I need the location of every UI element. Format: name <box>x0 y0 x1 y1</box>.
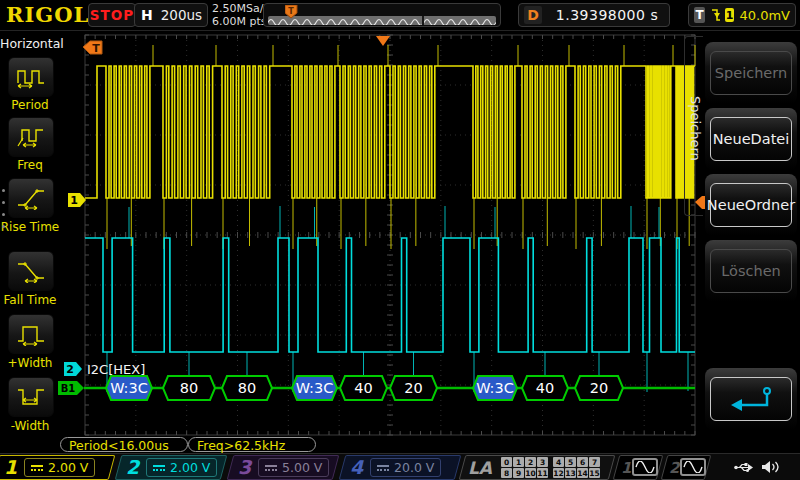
measure-rise-time-button[interactable] <box>8 178 54 218</box>
channel-2-chip[interactable]: 2 2.00 V <box>115 455 228 480</box>
delete-button-face: Löschen <box>710 249 792 293</box>
delay-value: 1.39398000 s <box>550 7 664 23</box>
i2c-frame-label: 80 <box>238 380 256 396</box>
i2c-frame <box>575 376 623 400</box>
memory-waveform-icon <box>268 20 496 26</box>
confirm-button[interactable] <box>705 368 797 430</box>
delete-button[interactable]: Löschen <box>705 240 797 302</box>
i2c-frame-label: W:3C <box>296 380 334 396</box>
la-channel-4: 4 <box>553 457 564 467</box>
waveform-position-bar[interactable]: T <box>263 3 501 27</box>
falling-edge-icon <box>710 7 720 24</box>
dc-coupling-icon <box>31 465 43 471</box>
run-stop-status[interactable]: STOP <box>88 3 136 27</box>
measurement-freq: Freq>62.5kHz <box>188 437 316 452</box>
measure-neg-width-button[interactable] <box>8 377 54 417</box>
trigger-source-badge: 1 <box>725 8 735 22</box>
ch2-waveform <box>85 238 695 352</box>
usb-icon <box>733 460 755 475</box>
channel-3-number: 3 <box>238 456 251 478</box>
measure-freq-button[interactable] <box>8 117 54 157</box>
svg-text:T: T <box>92 42 100 55</box>
la-channel-6: 6 <box>577 457 588 467</box>
save-button-label: Speichern <box>715 65 787 81</box>
channel-4-chip[interactable]: 4 20.0 V <box>339 455 462 480</box>
save-button[interactable]: Speichern <box>705 42 797 104</box>
la-channel-10: 10 <box>525 468 536 478</box>
beeper-icon <box>760 459 782 475</box>
ch2-glitch-spikes <box>107 206 688 392</box>
i2c-frame <box>163 376 215 400</box>
trigger-readout-box: T 1 40.0mV <box>688 3 796 27</box>
channel-1-scale: 2.00 V <box>48 460 88 475</box>
dc-coupling-icon <box>265 465 277 471</box>
protocol-label: I2C[HEX] <box>87 362 145 377</box>
logic-analyzer-chip[interactable]: LA 0123456789101112131415 <box>459 455 616 480</box>
channel-2-number: 2 <box>126 456 139 478</box>
new-folder-button-face: NeueOrdner <box>710 183 792 227</box>
measure-period-label: Period <box>0 98 60 112</box>
brand-logo: RIGOL <box>6 2 89 27</box>
save-menu: Speichern SpeichernNeueDateiNeueOrdnerLö… <box>683 30 800 450</box>
measure-neg-width-label: -Width <box>0 419 60 433</box>
new-file-button[interactable]: NeueDatei <box>705 108 797 170</box>
new-file-button-label: NeueDatei <box>713 131 790 147</box>
i2c-frame-label: 40 <box>354 380 372 396</box>
i2c-frame <box>292 376 337 400</box>
trigger-level-value: 40.0mV <box>739 8 790 23</box>
save-button-face: Speichern <box>710 51 792 95</box>
delay-readout-box: D 1.39398000 s <box>518 3 670 27</box>
waveform-display: W:3C8080W:3C4020W:3C4020 T T 1 2 I2C[HEX… <box>0 0 800 480</box>
la-channel-9: 9 <box>513 468 524 478</box>
channel-3-chip[interactable]: 3 5.00 V <box>227 455 340 480</box>
measure-rise-time-label: Rise Time <box>0 220 60 234</box>
measure-period-button[interactable] <box>8 57 54 97</box>
la-channel-7: 7 <box>589 457 600 467</box>
svg-text:1: 1 <box>70 194 78 207</box>
measure-freq-label: Freq <box>0 158 60 172</box>
measure-pos-width-button[interactable] <box>8 314 54 354</box>
source-1-sine-icon <box>632 458 658 476</box>
minus-width-icon <box>16 385 46 409</box>
la-channel-12: 12 <box>553 468 564 478</box>
source-2-sine-icon <box>680 458 706 476</box>
svg-text:2: 2 <box>66 363 74 376</box>
timebase-value: 200us <box>161 7 202 23</box>
ch1-waveform <box>85 66 695 198</box>
channel-4-number: 4 <box>350 456 363 478</box>
measure-fall-time-button[interactable] <box>8 251 54 291</box>
ch1-position-badge[interactable]: 1 <box>68 193 86 207</box>
menu-page-dots <box>2 180 5 237</box>
freq-icon <box>16 125 46 149</box>
trigger-position-icon[interactable] <box>376 36 390 46</box>
i2c-frame <box>522 376 568 400</box>
la-channel-14: 14 <box>577 468 588 478</box>
la-digital-channels: 0123456789101112131415 <box>501 457 601 479</box>
i2c-frame-label: W:3C <box>110 380 148 396</box>
channel-1-chip[interactable]: 1 2.00 V <box>0 455 115 480</box>
channel-4-scale: 20.0 V <box>394 460 434 475</box>
memory-waveform-strip <box>268 16 496 25</box>
measurement-period: Period<16.00us <box>60 437 188 452</box>
period-icon <box>16 65 46 89</box>
confirm-button-face <box>710 377 792 421</box>
i2c-frame <box>390 376 437 400</box>
bus-b1-badge[interactable]: B1 <box>58 381 84 395</box>
graticule-grid <box>85 35 695 435</box>
fall-time-icon <box>16 259 46 283</box>
source-1-chip[interactable]: 1 <box>613 455 664 480</box>
sample-rate: 2.50MSa/s <box>212 2 269 15</box>
trigger-time-flag[interactable]: T <box>83 41 102 55</box>
source-2-chip[interactable]: 2 <box>661 455 712 480</box>
horizontal-timebase-box[interactable]: H 200us <box>134 3 208 27</box>
trigger-label: T <box>694 7 705 23</box>
status-bar: RIGOL STOP H 200us 2.50MSa/s 6.00M pts T… <box>0 0 800 31</box>
channel-status-bar: 1 2.00 V 2 2.00 V 3 5.00 V 4 20.0 V LA 0… <box>0 453 800 480</box>
trigger-pos-flag-icon: T <box>285 5 298 22</box>
measure-menu-title: Horizontal <box>0 30 60 51</box>
oscilloscope-screen: W:3C8080W:3C4020W:3C4020 T T 1 2 I2C[HEX… <box>0 0 800 480</box>
channel-1-number: 1 <box>4 456 17 478</box>
new-folder-button[interactable]: NeueOrdner <box>705 174 797 236</box>
new-file-button-face: NeueDatei <box>710 117 792 161</box>
ch2-position-badge[interactable]: 2 <box>64 362 82 376</box>
